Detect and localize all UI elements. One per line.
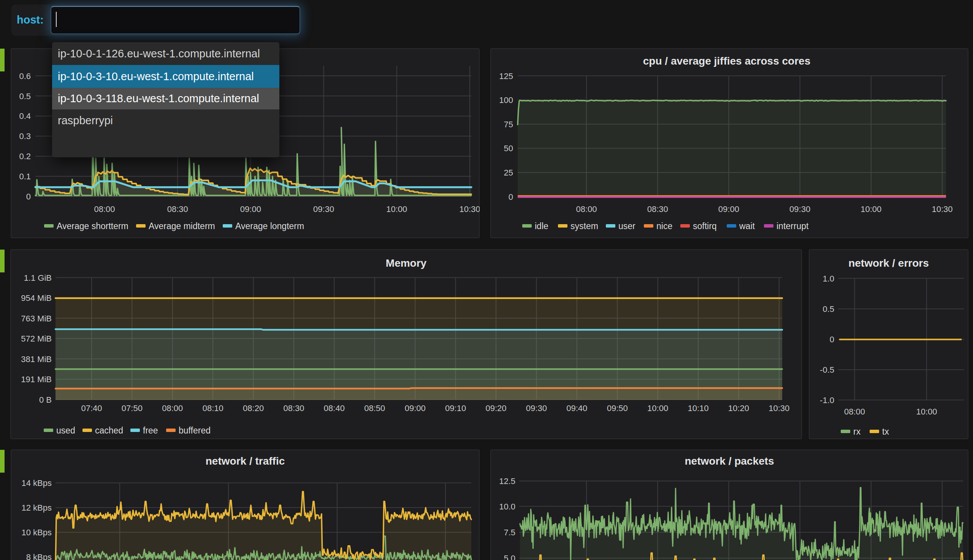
- svg-text:09:50: 09:50: [607, 403, 628, 413]
- svg-text:wait: wait: [739, 221, 755, 231]
- svg-text:softirq: softirq: [693, 221, 717, 231]
- svg-text:tx: tx: [882, 427, 889, 437]
- svg-text:system: system: [571, 221, 598, 231]
- svg-text:09:10: 09:10: [445, 403, 466, 413]
- svg-text:Memory: Memory: [386, 257, 427, 269]
- svg-text:10:00: 10:00: [647, 403, 668, 413]
- svg-text:08:00: 08:00: [94, 204, 115, 214]
- svg-text:191 MiB: 191 MiB: [21, 375, 52, 384]
- svg-text:0: 0: [509, 192, 513, 202]
- svg-text:14 kBps: 14 kBps: [22, 478, 52, 488]
- svg-text:09:00: 09:00: [240, 204, 261, 214]
- svg-text:rx: rx: [853, 427, 861, 437]
- svg-text:used: used: [56, 425, 75, 435]
- svg-text:09:30: 09:30: [313, 204, 334, 214]
- svg-text:interrupt: interrupt: [776, 221, 809, 231]
- svg-text:08:10: 08:10: [203, 403, 224, 413]
- svg-text:-1.0: -1.0: [820, 395, 834, 405]
- svg-text:10:00: 10:00: [916, 407, 937, 417]
- svg-text:10:10: 10:10: [688, 403, 708, 413]
- svg-text:125: 125: [499, 72, 513, 81]
- svg-text:572 MiB: 572 MiB: [21, 334, 52, 343]
- svg-text:08:00: 08:00: [576, 204, 597, 214]
- svg-text:12.5: 12.5: [499, 477, 516, 486]
- svg-text:0.2: 0.2: [19, 152, 31, 161]
- svg-text:09:20: 09:20: [486, 403, 506, 413]
- svg-text:10:20: 10:20: [728, 403, 749, 413]
- svg-text:50: 50: [504, 143, 513, 153]
- svg-text:763 MiB: 763 MiB: [21, 314, 52, 323]
- svg-text:10:00: 10:00: [386, 204, 407, 214]
- svg-text:8 kBps: 8 kBps: [26, 552, 52, 560]
- svg-text:Average midterm: Average midterm: [149, 221, 215, 231]
- svg-text:0 B: 0 B: [39, 395, 52, 405]
- svg-text:network / errors: network / errors: [848, 257, 929, 269]
- svg-text:0: 0: [830, 335, 834, 344]
- svg-text:381 MiB: 381 MiB: [21, 355, 52, 364]
- svg-text:07:40: 07:40: [81, 403, 102, 413]
- svg-text:09:30: 09:30: [789, 204, 810, 214]
- svg-text:free: free: [143, 425, 158, 435]
- svg-text:08:00: 08:00: [844, 407, 865, 417]
- svg-text:10:30: 10:30: [931, 204, 953, 214]
- svg-text:12 kBps: 12 kBps: [22, 503, 52, 513]
- svg-text:cpu / average jiffies across c: cpu / average jiffies across cores: [643, 55, 810, 67]
- svg-text:08:00: 08:00: [162, 403, 183, 413]
- svg-text:08:30: 08:30: [167, 204, 188, 214]
- svg-text:user: user: [618, 221, 636, 231]
- svg-text:08:40: 08:40: [324, 403, 345, 413]
- svg-text:-0.5: -0.5: [820, 365, 834, 375]
- svg-text:09:30: 09:30: [526, 403, 547, 413]
- svg-text:10 kBps: 10 kBps: [22, 528, 52, 537]
- svg-text:idle: idle: [535, 221, 549, 231]
- svg-text:nice: nice: [656, 221, 673, 231]
- svg-text:buffered: buffered: [179, 425, 210, 435]
- svg-text:0.6: 0.6: [19, 72, 31, 81]
- svg-text:08:20: 08:20: [243, 403, 264, 413]
- svg-text:10:30: 10:30: [769, 403, 789, 413]
- svg-text:75: 75: [504, 120, 513, 129]
- svg-text:0.5: 0.5: [19, 92, 31, 101]
- svg-text:09:00: 09:00: [718, 204, 739, 214]
- svg-text:7.5: 7.5: [504, 528, 516, 537]
- svg-text:09:40: 09:40: [566, 403, 587, 413]
- svg-text:0: 0: [26, 192, 31, 202]
- svg-text:10:30: 10:30: [459, 204, 480, 214]
- svg-text:0.4: 0.4: [19, 111, 31, 121]
- svg-text:5.0: 5.0: [504, 553, 516, 560]
- svg-text:network / packets: network / packets: [685, 455, 774, 467]
- svg-text:0.5: 0.5: [823, 304, 834, 314]
- svg-text:07:50: 07:50: [122, 403, 142, 413]
- svg-text:10:00: 10:00: [861, 204, 881, 214]
- svg-text:954 MiB: 954 MiB: [21, 293, 52, 303]
- svg-text:network / traffic: network / traffic: [205, 455, 285, 467]
- svg-text:1.1 GiB: 1.1 GiB: [24, 273, 52, 283]
- svg-text:08:30: 08:30: [647, 204, 668, 214]
- svg-text:Average shortterm: Average shortterm: [57, 221, 129, 231]
- svg-text:08:30: 08:30: [283, 403, 304, 413]
- svg-text:09:00: 09:00: [405, 403, 426, 413]
- svg-text:1.0: 1.0: [823, 274, 834, 283]
- svg-text:25: 25: [504, 168, 513, 177]
- svg-text:10.0: 10.0: [499, 502, 516, 512]
- svg-text:0.3: 0.3: [19, 132, 31, 141]
- svg-text:0.1: 0.1: [19, 172, 31, 181]
- svg-text:08:50: 08:50: [364, 403, 385, 413]
- svg-text:Average longterm: Average longterm: [235, 221, 304, 231]
- svg-text:100: 100: [499, 95, 513, 105]
- svg-text:cached: cached: [95, 425, 123, 435]
